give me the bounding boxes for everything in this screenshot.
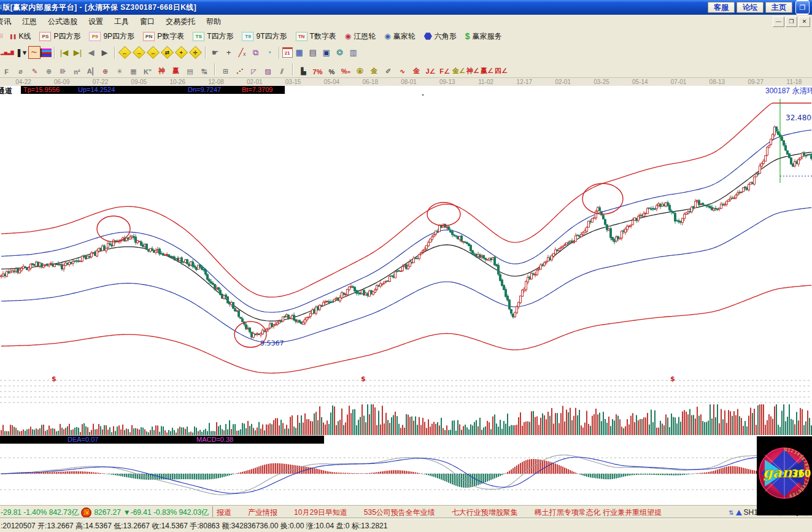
k-marker-tool-button[interactable]: K" <box>141 63 154 75</box>
annotation-ellipse[interactable] <box>582 183 623 214</box>
shift-right-button[interactable]: → <box>132 46 145 59</box>
p-square-button[interactable]: PSP四方形 <box>35 30 85 43</box>
f-angle-tool-button[interactable]: F∠ <box>438 63 451 75</box>
parallel-lines-tool-button[interactable]: ⫽ <box>276 63 288 75</box>
h-compress-button[interactable]: ↔ <box>146 46 159 59</box>
last-bar-button[interactable]: ▶| <box>72 47 84 59</box>
prev-bar-button[interactable]: ◀ <box>85 47 98 59</box>
p-number-table-button[interactable]: PNP数字表 <box>139 30 188 43</box>
wave-tool-button[interactable]: ∿ <box>396 63 409 75</box>
remote-computer-button[interactable]: ▥ <box>347 47 360 59</box>
percent7-tool-button[interactable]: 7% <box>311 63 324 75</box>
box-grid-tool-button[interactable]: ▦ <box>127 63 140 75</box>
winner-service-button[interactable]: $赢家服务 <box>461 30 506 43</box>
web-search-button[interactable]: ❂ <box>334 47 346 59</box>
mini-kline-icon[interactable]: ▂▅▃▇ <box>1 47 14 59</box>
gold-angle-tool-button[interactable]: 金∠ <box>452 63 465 75</box>
f-line-tool-button[interactable]: F <box>0 63 13 75</box>
pen-tool-button[interactable]: ✐ <box>382 63 395 75</box>
calendar-button[interactable]: 21 <box>282 47 293 58</box>
annotation-ellipse[interactable] <box>97 216 130 242</box>
corner-fan-tool-button[interactable]: ◸ <box>247 63 260 75</box>
mdi-minimize-button[interactable]: — <box>773 17 784 27</box>
shen-tool-button[interactable]: 神 <box>155 63 168 75</box>
ruler-123-tool-button[interactable]: ▤ <box>184 63 196 75</box>
news-link-0[interactable]: 报道 <box>217 507 231 518</box>
9t-square-button[interactable]: T99T四方形 <box>238 30 291 43</box>
t-number-table-button[interactable]: TNT数字表 <box>292 30 341 43</box>
n2-tool-button[interactable]: n² <box>71 63 83 75</box>
title-button-2[interactable]: 主页 <box>765 2 792 13</box>
menu-item-2[interactable]: 公式选股 <box>42 15 83 28</box>
ying-tool-button[interactable]: 赢 <box>169 63 182 75</box>
save-button[interactable]: ▣ <box>320 47 333 59</box>
t-square-button[interactable]: TST四方形 <box>188 30 238 43</box>
shen-angle-tool-button[interactable]: 神∠ <box>466 63 479 75</box>
candle-style-dropdown[interactable]: ❚▾ <box>15 47 28 59</box>
logo-num: 360 <box>792 468 811 479</box>
zoom-all-button[interactable]: ✛ <box>188 46 201 59</box>
9p-square-button[interactable]: P99P四方形 <box>85 30 139 43</box>
hexagon-button[interactable]: 六角形 <box>420 30 461 43</box>
menu-item-1[interactable]: 江恩 <box>17 15 42 28</box>
mirror-tool-button[interactable]: A⎢ <box>85 63 98 75</box>
menu-item-5[interactable]: 窗口 <box>134 15 160 28</box>
annotation-ellipse[interactable] <box>427 202 460 226</box>
crosshair-tool[interactable]: + <box>223 47 235 59</box>
circle-grid-tool-button[interactable]: ⊕ <box>42 63 55 75</box>
notes-button[interactable]: ▤ <box>307 47 319 59</box>
menu-item-3[interactable]: 设置 <box>83 15 109 28</box>
menu-item-0[interactable]: 资讯 <box>0 15 17 28</box>
title-button-1[interactable]: 论坛 <box>737 2 764 13</box>
date-tick: 06-18 <box>357 79 384 85</box>
winner-wheel-button[interactable]: ◉赢家轮 <box>380 30 419 43</box>
ruler-tick-tool-button[interactable]: ⊪ <box>56 63 69 75</box>
next-bar-button[interactable]: ▶ <box>99 47 111 59</box>
macd-indicator-row: DEA=0.07MACD=0.38 <box>0 436 812 444</box>
hand-tool[interactable]: ☛ <box>209 47 222 59</box>
percent-lines-tool-button[interactable]: %₌ <box>339 63 352 75</box>
mdi-close-button[interactable]: ✕ <box>798 17 810 27</box>
color-bars-icon[interactable] <box>41 48 52 57</box>
box-lines-tool-button[interactable]: ▨ <box>261 63 274 75</box>
title-bar[interactable]: ⫶ 版[赢家内部服务平台] - [永清环保 SZ300187-668日K线] 客… <box>0 0 812 15</box>
brush-tool-button[interactable]: ✎ <box>28 63 41 75</box>
mdi-restore-button[interactable]: ❐ <box>786 17 797 27</box>
grid-tool[interactable]: ⧉ <box>250 47 262 59</box>
ying-angle-tool-button[interactable]: 赢∠ <box>481 63 493 75</box>
star-grid-tool-button[interactable]: ✳ <box>113 63 126 75</box>
gann-wheel-button[interactable]: ◉江恩轮 <box>341 30 380 43</box>
restore-button[interactable]: ❐ <box>795 1 810 14</box>
gold-lines-tool-button[interactable]: 金 <box>368 63 381 75</box>
delete-line-tool[interactable]: ╱ₓ <box>236 47 249 59</box>
gann-circle-tool-button[interactable]: ⊕ <box>99 63 112 75</box>
menu-item-4[interactable]: 工具 <box>109 15 134 28</box>
frame-tool-button[interactable]: ⊞ <box>219 63 232 75</box>
j-angle-tool-button[interactable]: J∠ <box>424 63 437 75</box>
news-link-2[interactable]: 10月29日早知道 <box>294 507 347 518</box>
kline-view-button[interactable]: ❚❚K线 <box>5 30 35 43</box>
news-link-3[interactable]: 535公司预告全年业绩 <box>364 507 435 518</box>
spiral-tool-button[interactable]: ⌀ <box>14 63 27 75</box>
menu-item-7[interactable]: 帮助 <box>201 15 226 28</box>
news-link-1[interactable]: 产业情报 <box>248 507 277 518</box>
first-bar-button[interactable]: |◀ <box>58 47 71 59</box>
span-tool-button[interactable]: ↹ <box>198 63 211 75</box>
histogram-tool-button[interactable]: ▙ <box>297 63 310 75</box>
menu-item-6[interactable]: 交易委托 <box>160 15 201 28</box>
calculator-button[interactable]: ▦ <box>293 47 306 59</box>
title-button-0[interactable]: 客服 <box>708 2 735 13</box>
gold-circle-tool-button[interactable]: ㊎ <box>354 63 366 75</box>
date-tick: 08-13 <box>703 79 730 85</box>
percent-tool-button[interactable]: % <box>325 63 338 75</box>
fan-lines-tool-button[interactable]: ⋰ <box>233 63 246 75</box>
gold-underline-tool-button[interactable]: 金 <box>410 63 423 75</box>
news-link-4[interactable]: 七大行业预增股聚集 <box>452 507 518 518</box>
si-angle-tool-button[interactable]: 四∠ <box>495 63 508 75</box>
shift-left-button[interactable]: ← <box>118 46 131 59</box>
news-link-5[interactable]: 稀土打黑专项常态化 行业兼并重组望提 <box>535 507 662 518</box>
gann-mode-icon[interactable]: 〜 <box>28 46 41 59</box>
v-expand-button[interactable]: + <box>174 46 187 59</box>
cycle-tool[interactable]: ◔ <box>263 47 276 59</box>
h-expand-button[interactable]: ⇄ <box>160 46 173 59</box>
